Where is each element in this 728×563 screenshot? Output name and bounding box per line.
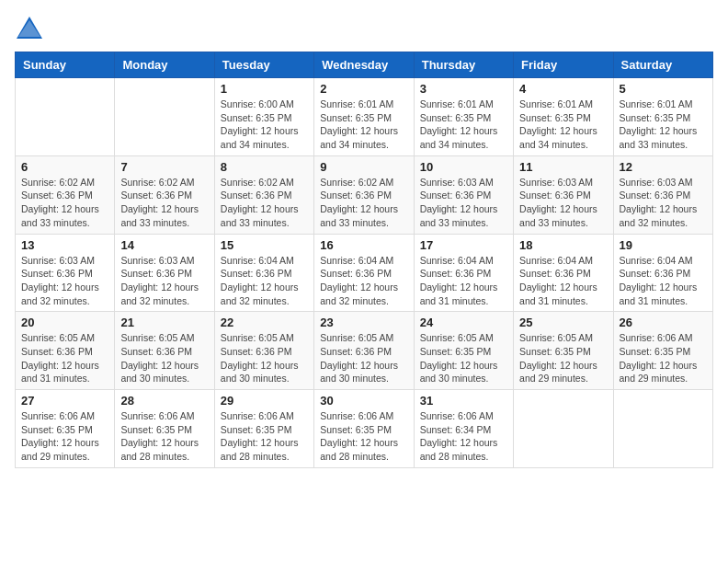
day-info: Sunrise: 6:04 AM Sunset: 6:36 PM Dayligh… xyxy=(221,254,308,308)
calendar-cell: 3Sunrise: 6:01 AM Sunset: 6:35 PM Daylig… xyxy=(414,78,513,156)
calendar-cell: 4Sunrise: 6:01 AM Sunset: 6:35 PM Daylig… xyxy=(514,78,613,156)
calendar-cell xyxy=(613,390,712,468)
calendar-cell: 8Sunrise: 6:02 AM Sunset: 6:36 PM Daylig… xyxy=(214,155,313,234)
calendar-cell: 31Sunrise: 6:06 AM Sunset: 6:34 PM Dayli… xyxy=(414,390,513,468)
week-row-1: 1Sunrise: 6:00 AM Sunset: 6:35 PM Daylig… xyxy=(16,78,713,156)
day-number: 4 xyxy=(519,82,607,96)
column-header-monday: Monday xyxy=(115,52,214,78)
calendar-cell: 11Sunrise: 6:03 AM Sunset: 6:36 PM Dayli… xyxy=(514,155,613,234)
day-info: Sunrise: 6:03 AM Sunset: 6:36 PM Dayligh… xyxy=(420,176,507,230)
calendar-cell: 30Sunrise: 6:06 AM Sunset: 6:35 PM Dayli… xyxy=(314,390,414,468)
column-header-sunday: Sunday xyxy=(16,52,115,78)
calendar-cell: 22Sunrise: 6:05 AM Sunset: 6:36 PM Dayli… xyxy=(214,312,313,390)
day-number: 8 xyxy=(221,160,308,174)
day-number: 12 xyxy=(620,160,707,174)
calendar-cell: 29Sunrise: 6:06 AM Sunset: 6:35 PM Dayli… xyxy=(214,390,313,468)
calendar-cell xyxy=(16,78,115,156)
day-info: Sunrise: 6:01 AM Sunset: 6:35 PM Dayligh… xyxy=(320,98,407,152)
day-number: 22 xyxy=(221,316,308,329)
day-number: 10 xyxy=(420,160,507,174)
day-info: Sunrise: 6:02 AM Sunset: 6:36 PM Dayligh… xyxy=(221,176,308,230)
calendar-cell xyxy=(514,390,613,468)
day-number: 6 xyxy=(21,160,108,174)
column-header-friday: Friday xyxy=(514,52,613,78)
day-info: Sunrise: 6:06 AM Sunset: 6:35 PM Dayligh… xyxy=(120,409,208,464)
day-info: Sunrise: 6:01 AM Sunset: 6:35 PM Dayligh… xyxy=(519,98,607,152)
day-number: 29 xyxy=(221,394,308,408)
day-number: 1 xyxy=(221,82,308,96)
day-info: Sunrise: 6:05 AM Sunset: 6:35 PM Dayligh… xyxy=(420,331,507,385)
day-info: Sunrise: 6:05 AM Sunset: 6:36 PM Dayligh… xyxy=(320,331,407,385)
calendar-cell: 18Sunrise: 6:04 AM Sunset: 6:36 PM Dayli… xyxy=(514,234,613,312)
week-row-4: 20Sunrise: 6:05 AM Sunset: 6:36 PM Dayli… xyxy=(16,312,713,390)
calendar-cell: 17Sunrise: 6:04 AM Sunset: 6:36 PM Dayli… xyxy=(414,234,513,312)
logo-icon xyxy=(15,15,44,40)
day-number: 23 xyxy=(320,316,407,329)
calendar-cell: 21Sunrise: 6:05 AM Sunset: 6:36 PM Dayli… xyxy=(115,312,214,390)
calendar-cell: 28Sunrise: 6:06 AM Sunset: 6:35 PM Dayli… xyxy=(115,390,214,468)
day-number: 31 xyxy=(420,394,507,408)
day-number: 9 xyxy=(320,160,407,174)
svg-marker-1 xyxy=(18,20,40,37)
day-number: 7 xyxy=(120,160,208,174)
day-info: Sunrise: 6:04 AM Sunset: 6:36 PM Dayligh… xyxy=(420,254,507,308)
day-info: Sunrise: 6:00 AM Sunset: 6:35 PM Dayligh… xyxy=(221,98,308,152)
calendar-header-row: SundayMondayTuesdayWednesdayThursdayFrid… xyxy=(16,52,713,78)
day-info: Sunrise: 6:03 AM Sunset: 6:36 PM Dayligh… xyxy=(620,176,707,230)
calendar-cell: 10Sunrise: 6:03 AM Sunset: 6:36 PM Dayli… xyxy=(414,155,513,234)
day-number: 27 xyxy=(21,394,108,408)
day-number: 30 xyxy=(320,394,407,408)
day-info: Sunrise: 6:01 AM Sunset: 6:35 PM Dayligh… xyxy=(620,98,707,152)
day-info: Sunrise: 6:03 AM Sunset: 6:36 PM Dayligh… xyxy=(120,254,208,308)
day-number: 28 xyxy=(120,394,208,408)
day-info: Sunrise: 6:02 AM Sunset: 6:36 PM Dayligh… xyxy=(120,176,208,230)
day-number: 3 xyxy=(420,82,507,96)
day-number: 20 xyxy=(21,316,108,329)
calendar-cell: 26Sunrise: 6:06 AM Sunset: 6:35 PM Dayli… xyxy=(613,312,712,390)
day-info: Sunrise: 6:04 AM Sunset: 6:36 PM Dayligh… xyxy=(620,254,707,308)
day-number: 13 xyxy=(21,238,108,252)
calendar-cell: 16Sunrise: 6:04 AM Sunset: 6:36 PM Dayli… xyxy=(314,234,414,312)
calendar-cell: 24Sunrise: 6:05 AM Sunset: 6:35 PM Dayli… xyxy=(414,312,513,390)
day-info: Sunrise: 6:02 AM Sunset: 6:36 PM Dayligh… xyxy=(320,176,407,230)
logo xyxy=(15,15,48,40)
day-number: 16 xyxy=(320,238,407,252)
day-number: 24 xyxy=(420,316,507,329)
calendar-cell: 14Sunrise: 6:03 AM Sunset: 6:36 PM Dayli… xyxy=(115,234,214,312)
page-header xyxy=(15,15,713,40)
day-number: 19 xyxy=(620,238,707,252)
day-number: 18 xyxy=(519,238,607,252)
week-row-3: 13Sunrise: 6:03 AM Sunset: 6:36 PM Dayli… xyxy=(16,234,713,312)
day-info: Sunrise: 6:03 AM Sunset: 6:36 PM Dayligh… xyxy=(519,176,607,230)
day-info: Sunrise: 6:06 AM Sunset: 6:35 PM Dayligh… xyxy=(21,409,108,464)
calendar-table: SundayMondayTuesdayWednesdayThursdayFrid… xyxy=(15,52,713,468)
calendar-cell: 19Sunrise: 6:04 AM Sunset: 6:36 PM Dayli… xyxy=(613,234,712,312)
day-info: Sunrise: 6:05 AM Sunset: 6:36 PM Dayligh… xyxy=(221,331,308,385)
column-header-wednesday: Wednesday xyxy=(314,52,414,78)
day-number: 17 xyxy=(420,238,507,252)
calendar-cell: 12Sunrise: 6:03 AM Sunset: 6:36 PM Dayli… xyxy=(613,155,712,234)
week-row-2: 6Sunrise: 6:02 AM Sunset: 6:36 PM Daylig… xyxy=(16,155,713,234)
calendar-cell: 1Sunrise: 6:00 AM Sunset: 6:35 PM Daylig… xyxy=(214,78,313,156)
day-info: Sunrise: 6:06 AM Sunset: 6:35 PM Dayligh… xyxy=(620,331,707,385)
calendar-cell: 5Sunrise: 6:01 AM Sunset: 6:35 PM Daylig… xyxy=(613,78,712,156)
column-header-saturday: Saturday xyxy=(613,52,712,78)
calendar-cell: 27Sunrise: 6:06 AM Sunset: 6:35 PM Dayli… xyxy=(16,390,115,468)
day-info: Sunrise: 6:05 AM Sunset: 6:35 PM Dayligh… xyxy=(519,331,607,385)
day-info: Sunrise: 6:06 AM Sunset: 6:35 PM Dayligh… xyxy=(221,409,308,464)
column-header-tuesday: Tuesday xyxy=(214,52,313,78)
day-number: 21 xyxy=(120,316,208,329)
calendar-cell: 7Sunrise: 6:02 AM Sunset: 6:36 PM Daylig… xyxy=(115,155,214,234)
day-number: 26 xyxy=(620,316,707,329)
day-info: Sunrise: 6:02 AM Sunset: 6:36 PM Dayligh… xyxy=(21,176,108,230)
column-header-thursday: Thursday xyxy=(414,52,513,78)
day-info: Sunrise: 6:01 AM Sunset: 6:35 PM Dayligh… xyxy=(420,98,507,152)
calendar-cell: 23Sunrise: 6:05 AM Sunset: 6:36 PM Dayli… xyxy=(314,312,414,390)
calendar-cell: 9Sunrise: 6:02 AM Sunset: 6:36 PM Daylig… xyxy=(314,155,414,234)
week-row-5: 27Sunrise: 6:06 AM Sunset: 6:35 PM Dayli… xyxy=(16,390,713,468)
calendar-cell xyxy=(115,78,214,156)
day-number: 11 xyxy=(519,160,607,174)
day-info: Sunrise: 6:06 AM Sunset: 6:34 PM Dayligh… xyxy=(420,409,507,464)
calendar-cell: 13Sunrise: 6:03 AM Sunset: 6:36 PM Dayli… xyxy=(16,234,115,312)
day-number: 5 xyxy=(620,82,707,96)
